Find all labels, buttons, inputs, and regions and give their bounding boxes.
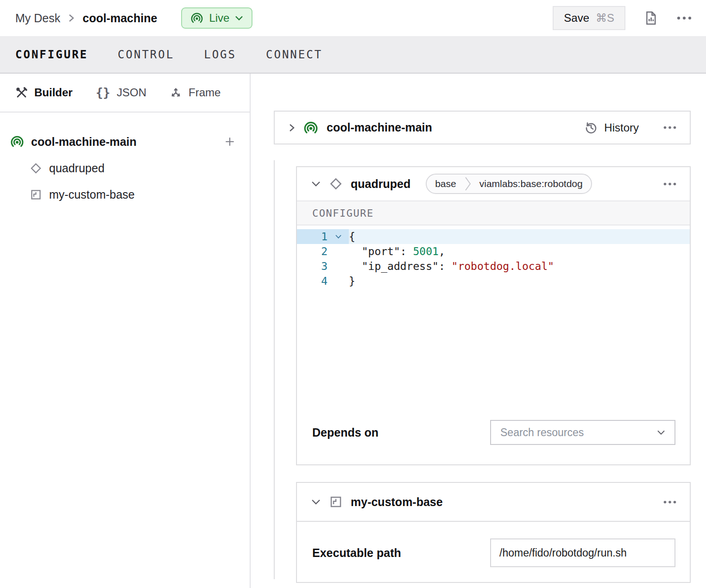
quadruped-card-header: quadruped base viamlabs:base:robotdog [297,167,690,200]
file-chart-icon [644,11,658,25]
my-custom-base-card: my-custom-base Executable path [296,482,691,583]
machine-status-dropdown[interactable]: Live [181,7,252,29]
chevron-down-icon[interactable] [311,499,321,505]
tree-item-my-custom-base[interactable]: my-custom-base [0,183,250,206]
tree-child-label: quadruped [49,162,105,175]
depends-on-row: Depends on Search resources [297,420,690,464]
frame-axes-icon [170,87,182,99]
chevron-right-icon [68,12,75,24]
line-number: 4 [297,274,328,288]
process-icon [30,188,42,201]
chevron-right-icon [465,175,471,193]
tab-control[interactable]: CONTROL [118,48,174,61]
ellipsis-icon [676,16,692,20]
executable-path-input[interactable] [490,538,675,567]
tab-connect[interactable]: CONNECT [266,48,322,61]
code-line-2: 2 "port": 5001, [297,244,690,259]
machine-menu-button[interactable] [676,16,692,20]
quadruped-title: quadruped [351,177,410,191]
chevron-down-icon[interactable] [311,181,321,187]
breadcrumb-machine-name: cool-machine [82,12,157,25]
tab-logs[interactable]: LOGS [204,48,236,61]
tools-icon [15,87,28,99]
view-builder-label: Builder [34,86,73,99]
line-number: 2 [297,244,328,259]
process-icon [329,495,343,509]
app-root: My Desk cool-machine Live Save ⌘ [0,0,706,588]
tree-item-machine-part[interactable]: cool-machine-main [0,130,250,153]
json-attributes-editor[interactable]: 1 { 2 "port": [297,225,690,420]
save-label: Save [564,12,589,25]
tree-root-label: cool-machine-main [31,135,137,149]
ellipsis-icon [663,125,677,130]
chevron-down-icon [657,430,665,435]
part-resources: quadruped base viamlabs:base:robotdog [296,166,691,583]
component-diamond-icon [30,162,42,175]
broadcast-icon [190,12,203,25]
view-frame-label: Frame [189,86,221,99]
base-card-header: my-custom-base [297,483,690,522]
executable-path-label: Executable path [312,546,401,560]
add-resource-button[interactable] [224,136,236,148]
base-title: my-custom-base [351,495,443,509]
line-number: 1 [297,229,328,244]
view-frame[interactable]: Frame [170,86,221,99]
history-label: History [604,121,639,134]
component-diamond-icon [329,177,343,191]
broadcast-icon [10,135,24,149]
badge-type: base [427,175,465,193]
code-line-1: 1 { [297,229,690,244]
configure-main: cool-machine-main History [251,74,706,588]
save-button[interactable]: Save ⌘S [553,6,625,30]
ellipsis-icon [663,500,677,504]
machine-tab-bar: CONFIGURE CONTROL LOGS CONNECT [0,36,706,74]
part-menu-button[interactable] [663,125,677,130]
badge-model: viamlabs:base:robotdog [471,175,591,193]
depends-on-select[interactable]: Search resources [490,420,675,445]
plus-icon [224,136,236,148]
machine-part-card: cool-machine-main History [274,111,691,144]
line-number: 3 [297,259,328,274]
config-view-toggle: Builder {} JSON Frame [0,74,250,113]
tree-child-label: my-custom-base [49,188,135,201]
save-shortcut: ⌘S [596,12,614,25]
quadruped-menu-button[interactable] [663,182,677,186]
configure-section-label: CONFIGURE [297,200,690,225]
machine-report-button[interactable] [644,11,658,25]
depends-on-label: Depends on [312,426,378,439]
status-label: Live [209,12,229,25]
view-json[interactable]: {} JSON [96,86,146,100]
machine-part-title: cool-machine-main [327,121,432,134]
breadcrumb-location[interactable]: My Desk [15,12,60,25]
broadcast-icon [303,120,318,135]
history-icon [584,121,598,135]
code-line-3: 3 "ip_address": "robotdog.local" [297,259,690,274]
depends-on-placeholder: Search resources [500,426,584,439]
chevron-right-icon[interactable] [289,122,295,133]
base-card-body: Executable path [297,522,690,582]
resource-type-badge: base viamlabs:base:robotdog [426,174,592,194]
tab-configure[interactable]: CONFIGURE [15,48,88,61]
view-builder[interactable]: Builder [15,86,73,99]
view-json-label: JSON [117,86,146,99]
history-button[interactable]: History [584,121,639,135]
braces-icon: {} [96,86,110,100]
breadcrumb: My Desk cool-machine [15,12,157,25]
code-line-4: 4 } [297,274,690,288]
top-bar: My Desk cool-machine Live Save ⌘ [0,0,706,36]
fold-chevron-icon[interactable] [328,229,349,244]
tree-item-quadruped[interactable]: quadruped [0,156,250,180]
chevron-down-icon [235,15,243,21]
configure-sidebar: Builder {} JSON Frame [0,74,251,588]
resource-tree: cool-machine-main quadruped [0,113,250,206]
ellipsis-icon [663,182,677,186]
top-bar-actions: Save ⌘S [553,6,692,30]
base-menu-button[interactable] [663,500,677,504]
quadruped-card: quadruped base viamlabs:base:robotdog [296,166,691,465]
